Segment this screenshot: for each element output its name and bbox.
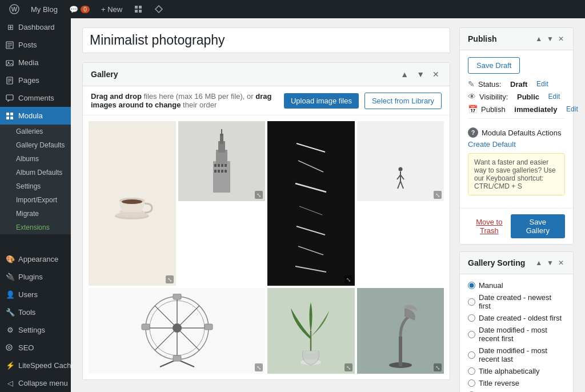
publish-label: Publish [481, 105, 506, 114]
sidebar-item-settings[interactable]: ⚙ Settings [0, 321, 71, 339]
sidebar-item-plugins[interactable]: 🔌 Plugins [0, 268, 71, 286]
svg-rect-39 [218, 170, 220, 173]
sidebar-sub-albums[interactable]: Albums [0, 152, 71, 166]
status-edit-link[interactable]: Edit [536, 80, 548, 88]
sidebar-item-litespeed[interactable]: ⚡ LiteSpeed Cache [0, 357, 71, 374]
sorting-radio-modified-recent[interactable] [468, 331, 475, 338]
sidebar-item-tools[interactable]: 🔧 Tools [0, 303, 71, 321]
sorting-radio-date-newest[interactable] [468, 298, 475, 306]
sidebar-sub-album-defaults[interactable]: Album Defaults [0, 166, 71, 179]
sorting-collapse-down-btn[interactable]: ▼ [546, 258, 555, 268]
sorting-option-manual[interactable]: Manual [468, 281, 565, 290]
svg-rect-76 [399, 337, 402, 366]
sorting-radio-modified-last[interactable] [468, 351, 475, 359]
gallery-item-plant[interactable] [267, 288, 355, 374]
sorting-close-btn[interactable]: ✕ [557, 258, 565, 268]
sorting-option-date-oldest[interactable]: Date created - oldest first [468, 314, 565, 322]
sidebar-item-modula[interactable]: Modula [0, 107, 71, 125]
sorting-option-modified-recent[interactable]: Date modified - most recent first [468, 326, 565, 343]
users-icon: 👤 [6, 290, 15, 299]
publish-edit-link[interactable]: Edit [566, 105, 578, 113]
publish-collapse-down-btn[interactable]: ▼ [546, 34, 555, 44]
sidebar-item-posts[interactable]: Posts [0, 36, 71, 54]
svg-line-48 [295, 266, 326, 272]
svg-line-47 [298, 246, 323, 255]
sidebar-item-appearance[interactable]: 🎨 Appearance [0, 250, 71, 268]
wp-logo[interactable]: W [5, 0, 24, 18]
svg-rect-2 [135, 6, 138, 9]
sidebar-item-pages[interactable]: Pages [0, 71, 71, 89]
svg-marker-6 [155, 6, 162, 13]
main-editor: Gallery ▲ ▼ ✕ Drag and drop files here (… [82, 27, 450, 383]
sidebar-sub-extensions[interactable]: Extensions [0, 221, 71, 234]
svg-rect-18 [6, 113, 9, 115]
sidebar-sub-settings[interactable]: Settings [0, 179, 71, 193]
sorting-option-title-reverse[interactable]: Title reverse [468, 379, 565, 387]
sidebar-sub-import-export[interactable]: Import/Export [0, 193, 71, 207]
svg-rect-38 [214, 170, 217, 173]
publish-panel-footer: Move to Trash Save Gallery [460, 208, 573, 244]
gallery-item-person[interactable] [357, 121, 444, 201]
sidebar-item-media[interactable]: Media [0, 54, 71, 71]
gallery-item-ferriswheel[interactable] [89, 288, 265, 374]
publish-close-btn[interactable]: ✕ [557, 34, 565, 44]
modula-icon [6, 112, 15, 120]
gallery-sorting-panel: Gallery Sorting ▲ ▼ ✕ ManualDate created… [459, 251, 574, 392]
plugins-icon: 🔌 [6, 273, 15, 281]
move-to-trash-button[interactable]: Move to Trash [468, 218, 511, 235]
gallery-item-lamp[interactable] [357, 288, 444, 374]
sorting-option-title-alpha[interactable]: Title alphabetically [468, 367, 565, 375]
gallery-item-lines[interactable] [267, 121, 355, 286]
sorting-radio-title-reverse[interactable] [468, 379, 475, 387]
status-value: Draft [510, 80, 527, 89]
svg-rect-5 [139, 10, 142, 13]
gallery-item-building[interactable] [178, 121, 266, 201]
sorting-option-date-newest[interactable]: Date created - newest first [468, 293, 565, 310]
sorting-collapse-up-btn[interactable]: ▲ [534, 258, 543, 268]
sidebar-sub-migrate[interactable]: Migrate [0, 207, 71, 221]
admin-bar: W My Blog 💬 0 + New [0, 0, 585, 18]
sorting-option-modified-last[interactable]: Date modified - most recent last [468, 346, 565, 363]
select-from-library-button[interactable]: Select from Library [364, 93, 442, 109]
sidebar-sub-galleries[interactable]: Galleries [0, 125, 71, 138]
svg-line-42 [296, 143, 325, 152]
gallery-grid [83, 115, 450, 379]
sorting-radio-title-alpha[interactable] [468, 367, 475, 375]
svg-line-53 [398, 181, 400, 189]
visibility-edit-link[interactable]: Edit [548, 93, 560, 101]
sidebar-item-collapse[interactable]: ◁ Collapse menu [0, 374, 71, 392]
timing-row: 📅 Publish immediately Edit [468, 105, 565, 114]
gallery-item-coffee[interactable] [89, 121, 176, 286]
sidebar-item-users[interactable]: 👤 Users [0, 286, 71, 303]
sidebar-sub-gallery-defaults[interactable]: Gallery Defaults [0, 138, 71, 152]
publish-timing: immediately [514, 105, 557, 114]
seo-icon [6, 344, 15, 351]
site-name[interactable]: My Blog [26, 0, 62, 18]
sorting-radio-date-oldest[interactable] [468, 314, 475, 322]
new-item-link[interactable]: + New [97, 0, 127, 18]
upload-image-files-button[interactable]: Upload image files [284, 93, 359, 109]
save-draft-button[interactable]: Save Draft [468, 57, 520, 74]
sidebar-item-seo[interactable]: SEO [0, 339, 71, 357]
create-default-link[interactable]: Create Default [468, 140, 565, 149]
diamond-icon-adminbar[interactable] [150, 0, 168, 18]
publish-collapse-up-btn[interactable]: ▲ [534, 34, 543, 44]
gallery-collapse-down-btn[interactable]: ▼ [414, 69, 427, 80]
svg-rect-3 [139, 6, 142, 9]
comments-link[interactable]: 💬 0 [65, 0, 94, 18]
svg-line-46 [296, 226, 325, 235]
gallery-upload-row: Drag and drop files here (max 16 MB per … [83, 86, 450, 115]
gallery-upload-text: Drag and drop files here (max 16 MB per … [91, 92, 278, 109]
modula-icon-adminbar[interactable] [129, 0, 147, 18]
page-title-input[interactable] [82, 27, 450, 53]
gallery-close-btn[interactable]: ✕ [430, 69, 442, 80]
sorting-radio-manual[interactable] [468, 282, 475, 289]
sidebar-item-comments[interactable]: Comments [0, 89, 71, 107]
save-gallery-button[interactable]: Save Gallery [511, 214, 565, 238]
svg-rect-70 [142, 324, 150, 330]
svg-line-43 [298, 161, 323, 172]
gallery-collapse-up-btn[interactable]: ▲ [398, 69, 411, 80]
help-icon[interactable]: ? [468, 127, 478, 138]
sidebar-item-dashboard[interactable]: ⊞ Dashboard [0, 18, 71, 36]
svg-rect-20 [6, 117, 9, 119]
